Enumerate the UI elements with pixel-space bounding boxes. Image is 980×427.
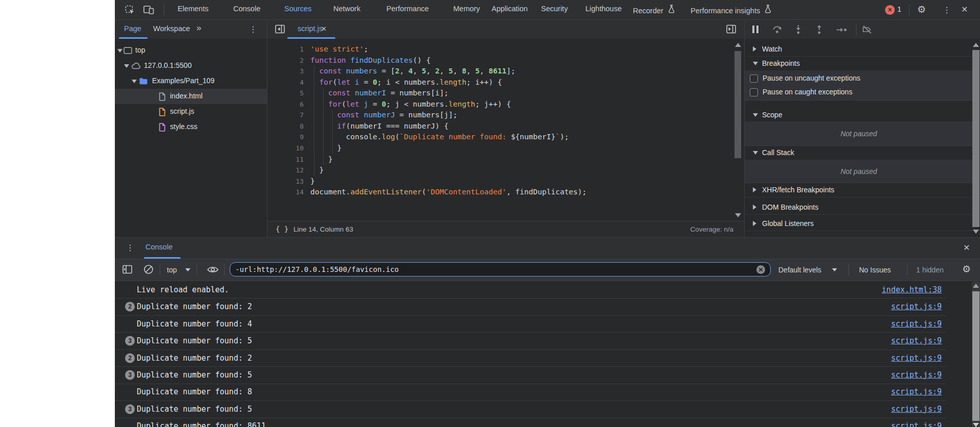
panel-tab-application[interactable]: Application: [492, 5, 528, 13]
editor-scrollbar-thumb[interactable]: [734, 51, 741, 158]
source-location-link[interactable]: script.js:9: [891, 354, 942, 363]
source-location-link[interactable]: script.js:9: [891, 336, 942, 345]
line-number[interactable]: 9: [268, 132, 304, 143]
show-console-sidebar-icon[interactable]: [122, 265, 133, 276]
tree-item-examples-part-109[interactable]: Examples/Part_109: [115, 73, 267, 89]
pretty-print-icon[interactable]: { }: [276, 225, 288, 233]
disclosure-right-icon[interactable]: [753, 46, 756, 52]
deactivate-breakpoints-icon[interactable]: [862, 25, 872, 36]
section-header-call-stack[interactable]: Call Stack: [745, 145, 980, 160]
levels-caret-icon[interactable]: [832, 268, 837, 271]
console-scrollbar-thumb[interactable]: [972, 291, 979, 421]
disclosure-right-icon[interactable]: [753, 205, 756, 210]
section-header-xhr-fetch-breakpoints[interactable]: XHR/fetch Breakpoints: [745, 183, 980, 197]
device-toolbar-icon[interactable]: [143, 5, 154, 17]
context-selector[interactable]: top: [167, 266, 177, 274]
settings-gear-icon[interactable]: ⚙: [917, 5, 926, 14]
navigator-kebab-icon[interactable]: ⋮: [249, 24, 257, 34]
checkbox-label[interactable]: Pause on caught exceptions: [763, 88, 852, 96]
code-editor[interactable]: 1'use strict';2function findDuplicates()…: [267, 39, 744, 221]
tree-item-127-0-0-1-5500[interactable]: 127.0.0.1:5500: [115, 58, 267, 73]
inspect-icon[interactable]: [125, 5, 135, 17]
navigator-tab-workspace[interactable]: Workspace: [153, 24, 190, 33]
sidebar-scrollbar-thumb[interactable]: [972, 50, 979, 227]
section-header-breakpoints[interactable]: Breakpoints: [745, 56, 980, 71]
tree-item-style-css[interactable]: style.css: [115, 119, 267, 135]
live-expression-eye-icon[interactable]: [207, 265, 219, 276]
more-tabs-chevron[interactable]: »: [197, 23, 201, 33]
panel-tab-network[interactable]: Network: [333, 5, 360, 13]
disclosure-down-icon[interactable]: [124, 64, 129, 68]
source-location-link[interactable]: script.js:9: [891, 387, 942, 396]
editor-scrollbar-up-icon[interactable]: [735, 43, 741, 47]
line-number[interactable]: 2: [268, 55, 304, 66]
disclosure-right-icon[interactable]: [753, 221, 756, 226]
line-number[interactable]: 10: [268, 143, 304, 154]
console-drawer-tab[interactable]: Console: [145, 243, 173, 251]
line-number[interactable]: 11: [268, 154, 304, 165]
source-location-link[interactable]: script.js:9: [891, 421, 942, 427]
panel-tab-memory[interactable]: Memory: [453, 5, 480, 13]
source-location-link[interactable]: index.html:38: [882, 285, 942, 294]
source-location-link[interactable]: script.js:9: [891, 370, 942, 380]
close-devtools-icon[interactable]: ✕: [961, 5, 968, 14]
disclosure-down-icon[interactable]: [753, 151, 758, 155]
disclosure-right-icon[interactable]: [753, 187, 756, 192]
issues-counter[interactable]: No Issues: [859, 266, 891, 274]
step-icon[interactable]: [836, 26, 847, 35]
disclosure-down-icon[interactable]: [132, 80, 137, 83]
tree-item-script-js[interactable]: script.js: [115, 104, 267, 119]
checkbox-label[interactable]: Pause on uncaught exceptions: [763, 74, 860, 82]
line-number[interactable]: 4: [268, 77, 304, 88]
panel-tab-lighthouse[interactable]: Lighthouse: [585, 5, 622, 13]
sidebar-scrollbar-down-icon[interactable]: [973, 230, 979, 234]
line-number[interactable]: 1: [268, 44, 304, 55]
sidebar-scrollbar-up-icon[interactable]: [973, 43, 979, 47]
close-drawer-icon[interactable]: ✕: [963, 243, 970, 253]
log-levels-dropdown[interactable]: Default levels: [778, 266, 821, 274]
section-header-watch[interactable]: Watch: [745, 42, 980, 57]
line-number[interactable]: 12: [268, 165, 304, 176]
line-number[interactable]: 5: [268, 88, 304, 99]
line-number[interactable]: 7: [268, 110, 304, 121]
step-over-icon[interactable]: [772, 25, 782, 36]
context-caret-icon[interactable]: [185, 268, 190, 271]
panel-tab-performance-insights[interactable]: Performance insights: [691, 5, 772, 15]
pause-script-icon[interactable]: [751, 25, 760, 36]
disclosure-down-icon[interactable]: [753, 62, 758, 65]
editor-scrollbar-down-icon[interactable]: [735, 213, 741, 217]
error-count-badge[interactable]: ✕: [885, 5, 895, 15]
panel-tab-performance[interactable]: Performance: [386, 5, 429, 13]
clear-filter-icon[interactable]: [756, 265, 766, 277]
editor-tab-scriptjs[interactable]: script.js: [298, 24, 323, 33]
panel-tab-console[interactable]: Console: [233, 5, 260, 13]
console-scrollbar-up-icon[interactable]: [973, 284, 979, 288]
tree-item-top[interactable]: top: [115, 43, 267, 58]
console-settings-gear-icon[interactable]: ⚙: [962, 264, 971, 274]
line-number[interactable]: 14: [268, 187, 304, 198]
panel-tab-sources[interactable]: Sources: [284, 5, 311, 13]
line-number[interactable]: 6: [268, 99, 304, 110]
close-tab-icon[interactable]: ✕: [321, 25, 327, 33]
disclosure-down-icon[interactable]: [117, 49, 122, 53]
drawer-kebab-icon[interactable]: ⋮: [126, 243, 134, 253]
source-location-link[interactable]: script.js:9: [891, 302, 942, 311]
line-number[interactable]: 8: [268, 121, 304, 132]
toggle-debugger-sidebar-icon[interactable]: [726, 24, 737, 36]
checkbox-pause-caught[interactable]: [750, 88, 758, 96]
panel-tab-elements[interactable]: Elements: [178, 5, 208, 13]
source-location-link[interactable]: script.js:9: [891, 319, 942, 329]
line-number[interactable]: 13: [268, 176, 304, 187]
collapse-navigator-icon[interactable]: [275, 24, 285, 36]
navigator-tab-page[interactable]: Page: [124, 24, 141, 33]
panel-tab-security[interactable]: Security: [541, 5, 568, 13]
line-number[interactable]: 3: [268, 66, 304, 77]
more-options-kebab-icon[interactable]: ⋮: [943, 5, 951, 15]
clear-console-icon[interactable]: [143, 264, 154, 277]
step-into-icon[interactable]: [794, 24, 802, 36]
checkbox-pause-uncaught[interactable]: [750, 74, 758, 83]
console-scrollbar-down-icon[interactable]: [973, 423, 979, 427]
step-out-icon[interactable]: [815, 24, 823, 36]
panel-tab-recorder[interactable]: Recorder: [633, 5, 675, 15]
section-header-global-listeners[interactable]: Global Listeners: [745, 216, 980, 231]
